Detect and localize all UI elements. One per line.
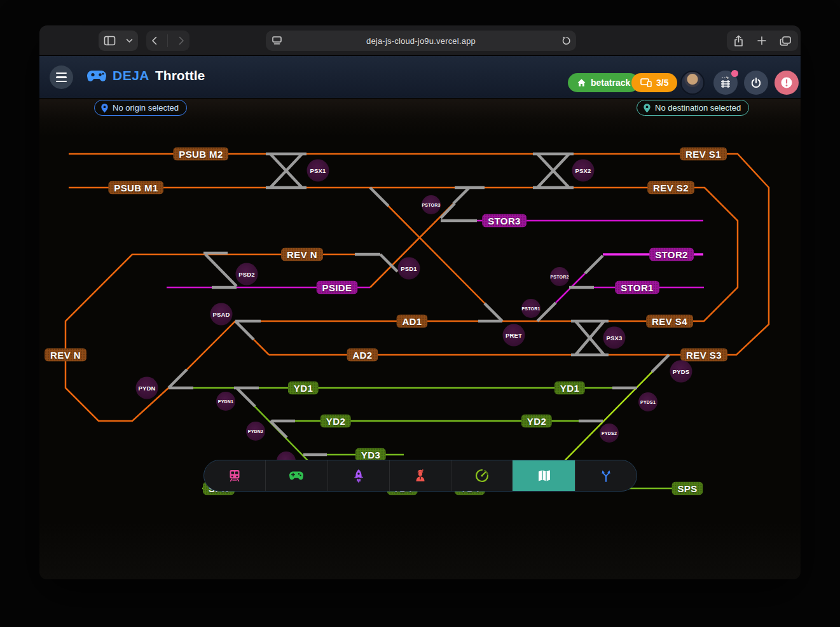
tab-rocket[interactable] (327, 460, 389, 491)
pin-icon (100, 103, 109, 113)
brand-name: DEJA (113, 68, 149, 83)
tab-map[interactable] (513, 460, 574, 491)
titlebar-right-buttons (727, 31, 798, 51)
track-label-yd2-west[interactable]: YD2 (320, 415, 351, 428)
track-label-rev-s2[interactable]: REV S2 (647, 181, 694, 195)
chevron-down-icon (126, 38, 133, 43)
user-avatar[interactable] (680, 71, 705, 95)
share-icon[interactable] (733, 35, 744, 47)
power-button[interactable] (744, 71, 768, 95)
back-icon[interactable] (151, 36, 158, 46)
node-psx2[interactable]: PSX2 (572, 160, 595, 182)
track-label-psub-m2[interactable]: PSUB M2 (173, 148, 228, 161)
track-label-rev-n-west[interactable]: REV N (45, 348, 86, 362)
track-label-yd2-east[interactable]: YD2 (521, 415, 552, 428)
node-pydn2[interactable]: PYDN2 (246, 422, 265, 441)
tab-conductor[interactable] (389, 460, 451, 491)
environment-badge[interactable]: betatrack (568, 73, 639, 92)
capacity-badge[interactable]: 3/5 (631, 73, 677, 92)
map-icon (537, 469, 551, 482)
node-psd1[interactable]: PSD1 (398, 258, 420, 280)
gamepad-icon (289, 470, 304, 481)
track-label-rev-s1[interactable]: REV S1 (680, 148, 727, 161)
alert-icon (780, 76, 793, 89)
tab-train[interactable] (204, 460, 265, 491)
address-bar[interactable]: deja-js-cloud-jo9u.vercel.app (266, 31, 576, 51)
alert-button[interactable] (775, 71, 799, 95)
track-label-yd1-west[interactable]: YD1 (288, 382, 319, 395)
track-label-ad2[interactable]: AD2 (347, 348, 378, 362)
map-area: No origin selected No destination select… (39, 99, 801, 579)
origin-chip[interactable]: No origin selected (94, 100, 187, 116)
destination-chip-label: No destination selected (655, 103, 741, 113)
track-label-rev-s3[interactable]: REV S3 (680, 348, 727, 362)
node-psad[interactable]: PSAD (210, 303, 233, 326)
devices-icon (640, 78, 652, 87)
node-pyds[interactable]: PYDS (670, 361, 692, 383)
menu-button[interactable] (50, 65, 73, 89)
tab-routes[interactable] (575, 460, 637, 491)
routes-icon (599, 469, 613, 483)
page-settings-icon[interactable] (266, 36, 287, 46)
origin-chip-label: No origin selected (113, 103, 179, 113)
app-brand: DEJA Throttle (86, 68, 205, 83)
node-psx1[interactable]: PSX1 (307, 160, 329, 182)
node-pydn[interactable]: PYDN (136, 377, 158, 399)
track-label-yd1-east[interactable]: YD1 (554, 382, 585, 395)
train-icon (228, 469, 242, 483)
destination-chip[interactable]: No destination selected (637, 100, 749, 116)
environment-badge-label: betatrack (591, 78, 630, 88)
forward-icon[interactable] (177, 36, 185, 46)
node-pyds1[interactable]: PYDS1 (638, 392, 658, 411)
nav-buttons (146, 31, 189, 51)
tab-overview-icon[interactable] (780, 36, 792, 46)
node-pstor1[interactable]: PSTOR1 (521, 299, 540, 318)
track-label-psub-m1[interactable]: PSUB M1 (108, 181, 163, 195)
track-label-ad1[interactable]: AD1 (396, 315, 427, 328)
reload-icon[interactable] (554, 36, 576, 46)
gauge-icon (475, 469, 489, 483)
browser-window: deja-js-cloud-jo9u.vercel.app DEJA (39, 25, 801, 579)
track-label-rev-n[interactable]: REV N (281, 248, 323, 261)
gamepad-logo-icon (86, 69, 107, 83)
home-icon (577, 78, 586, 87)
sidebar-toggle-button[interactable] (99, 31, 138, 51)
browser-titlebar: deja-js-cloud-jo9u.vercel.app (39, 25, 801, 56)
node-pydn1[interactable]: PYDN1 (216, 392, 235, 411)
track-mode-button[interactable] (713, 71, 738, 95)
track-label-pside[interactable]: PSIDE (316, 281, 357, 294)
power-icon (750, 77, 762, 88)
track-label-stor1[interactable]: STOR1 (615, 281, 659, 294)
bottom-toolbar (203, 460, 637, 492)
sidebar-icon (104, 36, 116, 46)
track-label-sps[interactable]: SPS (671, 482, 703, 495)
capacity-badge-label: 3/5 (656, 78, 668, 88)
app-name: Throttle (155, 68, 205, 83)
tab-gamepad[interactable] (265, 460, 327, 491)
railway-icon (719, 76, 732, 89)
new-tab-icon[interactable] (757, 36, 767, 46)
node-psx3[interactable]: PSX3 (603, 327, 626, 349)
node-pstor3[interactable]: PSTOR3 (422, 195, 441, 214)
app-header: DEJA Throttle betatrack 3/5 (39, 56, 801, 99)
node-psd2[interactable]: PSD2 (236, 263, 258, 286)
notification-dot (731, 70, 738, 77)
node-pstor2[interactable]: PSTOR2 (550, 267, 569, 286)
track-label-stor3[interactable]: STOR3 (482, 214, 527, 228)
divider (167, 34, 168, 47)
conductor-icon (413, 469, 427, 483)
tab-gauge[interactable] (451, 460, 513, 491)
rocket-icon (352, 469, 366, 483)
node-pyds2[interactable]: PYDS2 (600, 424, 619, 443)
pin-icon (643, 103, 651, 113)
node-pret[interactable]: PRET (503, 324, 525, 347)
track-label-stor2[interactable]: STOR2 (649, 248, 694, 261)
url-text: deja-js-cloud-jo9u.vercel.app (287, 36, 554, 46)
track-label-rev-s4[interactable]: REV S4 (646, 315, 693, 328)
